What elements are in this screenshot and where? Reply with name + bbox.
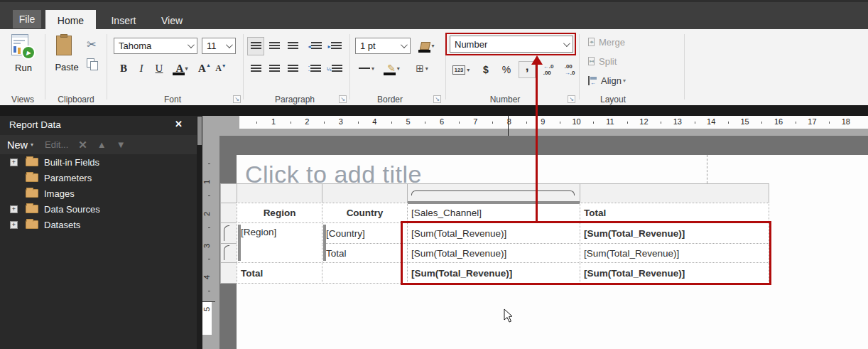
tree-item-images[interactable]: Images <box>0 186 197 201</box>
ruler-tick <box>208 163 210 164</box>
move-up-icon[interactable]: ▲ <box>97 139 107 150</box>
cell-region-group[interactable]: [Region] <box>237 222 322 263</box>
ruler-number: 17 <box>808 117 816 126</box>
copy-button[interactable] <box>83 55 103 73</box>
chevron-down-icon[interactable]: ▾ <box>31 141 33 148</box>
split-button[interactable]: ▸◂ Split <box>588 53 641 69</box>
align-label: Align <box>601 75 622 86</box>
increase-indent-button[interactable]: ▸ <box>325 37 344 55</box>
cell-country-total-label[interactable]: Total <box>322 243 408 263</box>
tablix-corner-handle[interactable] <box>220 183 237 203</box>
panel-title: Report Data <box>9 119 61 130</box>
number-dialog-launcher[interactable]: ↘ <box>568 95 575 103</box>
column-handle-region[interactable] <box>237 183 322 203</box>
numbering-button[interactable]: ⅓ <box>325 60 344 78</box>
row-handle-header[interactable] <box>220 203 237 223</box>
font-color-swatch <box>173 73 185 75</box>
valign-top-button[interactable] <box>247 37 264 55</box>
decrease-indent-icon <box>311 42 322 50</box>
valign-bottom-button[interactable] <box>284 37 301 55</box>
font-family-combo[interactable]: Tahoma <box>114 38 197 54</box>
tree-item-parameters[interactable]: Parameters <box>0 170 197 186</box>
align-right-button[interactable] <box>284 60 301 78</box>
borders-button[interactable]: ⊞ ▾ <box>409 60 435 77</box>
underline-button[interactable]: U <box>151 60 168 77</box>
font-dialog-launcher[interactable]: ↘ <box>233 95 241 103</box>
cell-grand-total-country[interactable] <box>322 262 408 284</box>
move-down-icon[interactable]: ▼ <box>116 139 126 150</box>
ruler-tick <box>324 122 325 124</box>
bullets-button[interactable]: ⁚ <box>305 60 324 78</box>
tab-home[interactable]: Home <box>45 10 96 31</box>
align-left-button[interactable] <box>247 60 264 78</box>
ribbon-bottom-strip <box>0 105 868 116</box>
border-group-label: Border <box>365 95 415 104</box>
chevron-down-icon: ▾ <box>431 43 434 49</box>
tree-item-label: Datasets <box>44 220 80 230</box>
delete-icon[interactable]: ✕ <box>78 139 87 151</box>
ruler-tick <box>208 259 210 259</box>
valign-bottom-icon <box>288 42 298 50</box>
cell-country-group[interactable]: [Country] <box>322 222 408 244</box>
align-button[interactable]: ← Align ▾ <box>588 73 648 88</box>
border-dialog-launcher[interactable]: ↘ <box>433 95 441 103</box>
bold-button[interactable]: B <box>115 60 132 77</box>
scrollbar-thumb[interactable] <box>197 117 202 145</box>
tree-item-built-in-fields[interactable]: + Built-in Fields <box>0 154 197 170</box>
shrink-font-button[interactable]: A▼ <box>213 60 229 77</box>
border-style-button[interactable]: ▾ <box>355 60 378 77</box>
align-center-button[interactable] <box>266 60 283 78</box>
header-cell-country[interactable]: Country <box>322 203 408 223</box>
header-cell-region[interactable]: Region <box>237 203 322 223</box>
panel-scrollbar[interactable] <box>197 116 202 349</box>
chevron-down-icon <box>401 41 408 48</box>
header-cell-total[interactable]: Total <box>580 203 769 223</box>
tree-item-data-sources[interactable]: + Data Sources <box>0 201 197 217</box>
font-color-button[interactable]: A ▾ <box>170 60 193 77</box>
tab-view[interactable]: View <box>153 10 190 31</box>
cut-icon: ✂ <box>87 38 96 51</box>
percent-button[interactable]: % <box>497 61 516 78</box>
expand-icon[interactable]: + <box>10 205 18 213</box>
cut-button[interactable]: ✂ <box>82 36 102 53</box>
italic-button[interactable]: I <box>134 60 149 77</box>
expand-icon[interactable]: + <box>10 221 18 229</box>
edit-button[interactable]: Edit... <box>45 139 68 150</box>
line-style-icon <box>359 68 370 69</box>
row-handle-grand-total[interactable] <box>220 262 237 284</box>
paragraph-dialog-launcher[interactable]: ↘ <box>339 95 347 103</box>
merge-button[interactable]: ◂▸ Merge <box>588 34 641 50</box>
tab-insert[interactable]: Insert <box>104 10 143 31</box>
font-size-combo[interactable]: 11 <box>202 38 236 54</box>
folder-icon <box>26 189 38 198</box>
annotation-highlight-number-combo <box>445 33 576 55</box>
border-color-button[interactable]: ✎ ▾ <box>381 60 406 77</box>
fill-color-button[interactable]: ▾ <box>415 38 440 54</box>
group-separator <box>349 34 350 100</box>
selected-cell-adorner <box>323 225 326 261</box>
column-handle-total[interactable] <box>580 183 769 203</box>
down-caret-icon: ▼ <box>222 63 227 69</box>
paste-button[interactable]: Paste <box>51 34 82 73</box>
cell-grand-total-label[interactable]: Total <box>237 262 322 284</box>
run-button[interactable]: ▶ Run <box>9 34 38 73</box>
app-window: File Home Insert View ▶ Run Views Paste … <box>0 0 868 349</box>
increase-decimals-button[interactable]: .00 →.0 <box>560 61 580 78</box>
border-width-combo[interactable]: 1 pt <box>355 38 411 54</box>
tab-file[interactable]: File <box>13 10 41 28</box>
expand-icon[interactable]: + <box>10 159 18 166</box>
ruler-tick <box>459 122 460 124</box>
header-cell-sales-channel[interactable]: [Sales_Channel] <box>407 203 580 223</box>
new-button[interactable]: New <box>7 139 28 151</box>
close-icon[interactable]: ✕ <box>175 119 183 129</box>
currency-button[interactable]: $ <box>477 61 494 78</box>
number-format-menu-button[interactable]: 123 ▾ <box>449 61 473 78</box>
column-handle-country[interactable] <box>322 183 408 203</box>
grow-font-button[interactable]: A▲ <box>196 60 213 77</box>
decrease-indent-button[interactable]: ◂ <box>305 37 324 55</box>
tree-item-datasets[interactable]: + Datasets <box>0 217 197 232</box>
font-family-value: Tahoma <box>119 41 151 51</box>
chevron-down-icon <box>188 41 195 48</box>
valign-middle-button[interactable] <box>266 37 283 55</box>
ruler-number: 11 <box>606 117 614 126</box>
